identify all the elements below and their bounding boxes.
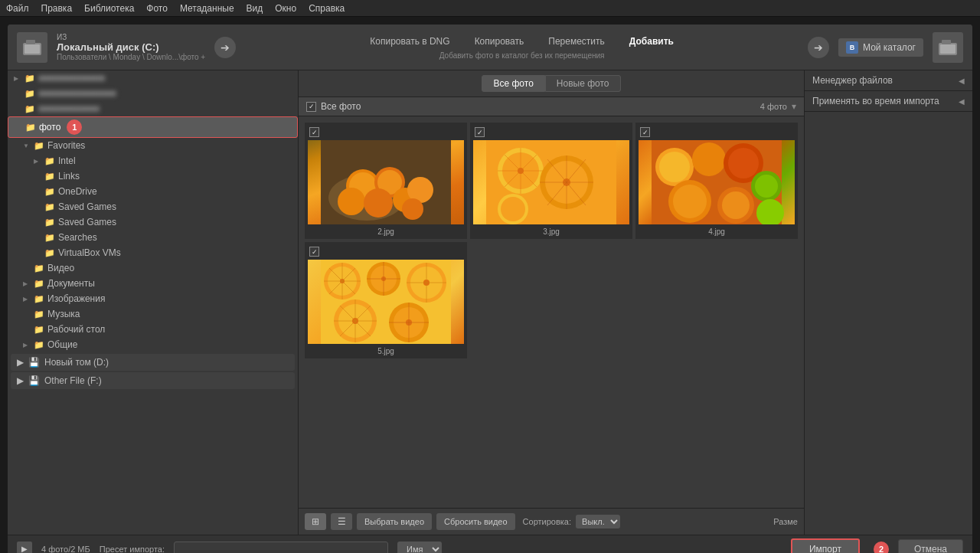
menu-help[interactable]: Справка: [309, 3, 345, 14]
source-icon: [17, 32, 47, 63]
step1-badge: 1: [67, 119, 82, 135]
drive-f[interactable]: ▶ 💾 Other File (F:): [11, 372, 295, 389]
apply-collapse-arrow[interactable]: ◀: [959, 97, 965, 106]
selected-folder[interactable]: 📁 фото 1: [8, 116, 298, 138]
folder-label: Общие: [47, 339, 77, 350]
grid-view-btn[interactable]: ⊞: [305, 513, 326, 530]
sidebar-item-searches[interactable]: 📁 Saved Games: [8, 214, 298, 230]
folder-icon: 📁: [34, 294, 44, 304]
sidebar-item-links[interactable]: 📁 Links: [8, 169, 298, 184]
step2-badge: 2: [874, 542, 889, 554]
play-btn[interactable]: ▶: [17, 542, 32, 554]
folder-label: Видео: [47, 263, 74, 273]
sidebar-item-music[interactable]: 📁 Музыка: [8, 306, 298, 322]
tab-new-photos[interactable]: Новые фото: [545, 75, 621, 92]
svg-point-43: [673, 185, 707, 218]
reset-video-btn[interactable]: Сбросить видео: [436, 513, 515, 530]
folder-label: Saved Games: [58, 217, 116, 227]
sidebar-item-intel[interactable]: ▶ 📁 Intel: [8, 153, 298, 169]
photo-checkbox-2[interactable]: [475, 127, 485, 137]
drive-d[interactable]: ▶ 💾 Новый том (D:): [11, 354, 295, 371]
photo-check-row: [639, 126, 795, 140]
sidebar-item-vboxvms[interactable]: 📁 VirtualBox VMs: [8, 245, 298, 260]
all-photos-checkbox[interactable]: [306, 102, 316, 112]
menu-window[interactable]: Окно: [275, 3, 296, 14]
sort-label: Сортировка:: [523, 517, 571, 526]
header-toolbar: ИЗ Локальный диск (C:) Пользователи \ Mo…: [8, 25, 972, 70]
photo-thumb-2: [473, 140, 629, 224]
menu-metadata[interactable]: Метаданные: [180, 3, 234, 14]
photo-grid: 2.jpg: [299, 116, 804, 508]
menu-file[interactable]: Файл: [6, 3, 29, 14]
svg-rect-1: [26, 40, 35, 44]
photo-check-row: [308, 126, 464, 140]
svg-point-45: [722, 191, 750, 219]
copy-dng-btn[interactable]: Копировать в DNG: [365, 34, 454, 48]
photo-filename-1: 2.jpg: [377, 227, 394, 236]
drive-icon: 💾: [28, 357, 40, 368]
preset-label: Пресет импорта:: [100, 545, 165, 554]
folder-icon: 📁: [44, 156, 55, 166]
sort-select[interactable]: Выкл.: [576, 515, 620, 528]
photo-thumb-1: [308, 140, 464, 224]
photo-checkbox-4[interactable]: [309, 247, 319, 257]
collapse-arrow[interactable]: ◀: [959, 77, 965, 85]
list-view-btn[interactable]: ☰: [331, 513, 352, 530]
sidebar-item-shared[interactable]: ▶ 📁 Общие: [8, 337, 298, 352]
svg-point-12: [338, 188, 365, 215]
folder-icon: 📁: [25, 123, 36, 133]
select-video-btn[interactable]: Выбрать видео: [357, 513, 432, 530]
file-manager-header: Менеджер файлов ◀: [805, 70, 972, 91]
svg-point-33: [501, 197, 525, 221]
folder-label: VirtualBox VMs: [58, 247, 121, 258]
tab-all-photos[interactable]: Все фото: [482, 75, 544, 92]
import-subtitle: Добавить фото в каталог без их перемещен…: [439, 51, 605, 60]
folder-name: фото: [39, 122, 60, 133]
photo-cell-1: 2.jpg: [305, 123, 467, 239]
photo-thumb-4: [308, 260, 464, 344]
expand-chevron[interactable]: ▾: [792, 101, 796, 112]
forward-arrow[interactable]: ➔: [214, 37, 236, 58]
copy-btn[interactable]: Копировать: [470, 34, 529, 48]
cancel-button[interactable]: Отмена: [898, 539, 963, 554]
menu-photo[interactable]: Фото: [146, 3, 168, 14]
folder-blurred-3: 📁 ■■■■■■■■■■■: [8, 101, 298, 116]
folder-icon: 📁: [24, 74, 35, 83]
sidebar-item-video[interactable]: 📁 Видео: [8, 260, 298, 276]
sidebar-item-images[interactable]: ▶ 📁 Изображения: [8, 291, 298, 306]
photo-cell-4: 5.jpg: [305, 242, 467, 358]
dest-arrow[interactable]: ➔: [808, 37, 829, 58]
folder-label: Документы: [47, 278, 95, 289]
svg-point-16: [402, 198, 423, 220]
preset-input[interactable]: [174, 542, 388, 554]
menu-edit[interactable]: Правка: [41, 3, 73, 14]
photo-filename-3: 4.jpg: [708, 227, 725, 236]
source-drive: Локальный диск (C:): [57, 41, 205, 53]
menu-library[interactable]: Библиотека: [84, 3, 134, 14]
sidebar-item-desktop[interactable]: 📁 Рабочий стол: [8, 322, 298, 337]
catalog-btn[interactable]: В Мой каталог: [838, 38, 923, 57]
photo-checkbox-3[interactable]: [640, 127, 650, 137]
catalog-label: Мой каталог: [863, 42, 916, 53]
expand-icon: ▶: [34, 158, 41, 165]
sidebar-item-tracing[interactable]: 📁 Searches: [8, 230, 298, 245]
folder-icon: 📁: [44, 233, 55, 243]
sidebar-item-favorites[interactable]: ▼ 📁 Favorites: [8, 138, 298, 153]
import-button[interactable]: Импорт: [791, 538, 860, 554]
photo-checkbox-1[interactable]: [309, 127, 319, 137]
sidebar-item-documents[interactable]: ▶ 📁 Документы: [8, 276, 298, 291]
sidebar-item-savedgames[interactable]: 📁 Saved Games: [8, 199, 298, 214]
all-photos-check: Все фото: [306, 101, 760, 112]
menu-view[interactable]: Вид: [247, 3, 263, 14]
add-btn[interactable]: Добавить: [625, 34, 678, 48]
dest-icon: [933, 32, 963, 63]
main-container: ИЗ Локальный диск (C:) Пользователи \ Mo…: [8, 25, 972, 553]
sidebar-item-onedrive[interactable]: 📁 OneDrive: [8, 184, 298, 199]
preset-dropdown[interactable]: Имя: [397, 542, 442, 554]
folder-label: Favorites: [47, 140, 85, 151]
move-btn[interactable]: Переместить: [544, 34, 609, 48]
expand-icon: ▶: [14, 75, 21, 82]
source-path: Пользователи \ Monday \ Downlo...\фото +: [57, 53, 205, 61]
source-label: ИЗ: [57, 33, 205, 41]
drive-label: Новый том (D:): [44, 357, 109, 368]
